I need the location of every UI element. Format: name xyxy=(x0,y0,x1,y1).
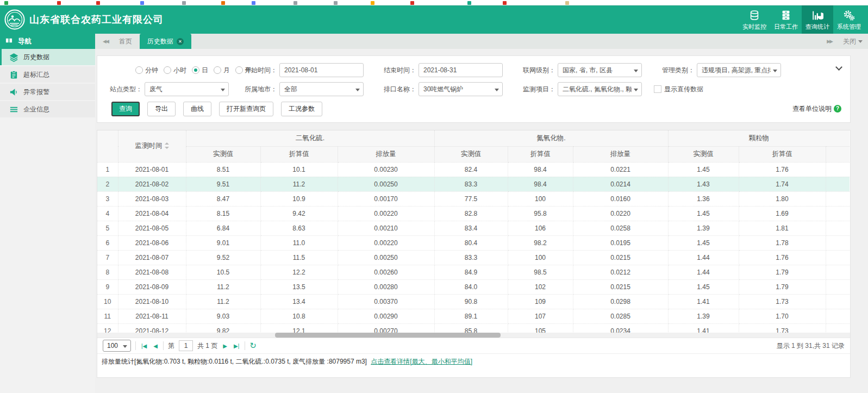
table-row[interactable]: 102021-08-1011.213.40.0037090.81090.0298… xyxy=(97,294,850,309)
row-value: 82.4 xyxy=(434,162,508,177)
end-time-input[interactable] xyxy=(419,63,503,77)
query-button[interactable]: 查询 xyxy=(111,102,140,116)
table-row[interactable]: 52021-08-056.848.630.0021083.41060.02581… xyxy=(97,221,850,235)
horizontal-scrollbar-track[interactable] xyxy=(97,333,850,338)
row-date: 2021-08-05 xyxy=(118,221,186,235)
period-radio-label: 日 xyxy=(202,66,208,75)
favicon[interactable] xyxy=(334,1,338,5)
unit-help-link[interactable]: 查看单位说明 ? xyxy=(792,104,841,114)
nav-item-realtime-monitoring[interactable]: 实时监控 xyxy=(739,5,770,34)
horizontal-scrollbar-thumb[interactable] xyxy=(275,333,501,338)
period-radio-label: 月 xyxy=(223,66,230,75)
direct-data-checkbox-wrap[interactable]: 显示直传数据 xyxy=(654,85,703,94)
monitor-items-select[interactable]: 二氧化硫., 氮氧化物., 颗粒 xyxy=(558,82,642,96)
favicon[interactable] xyxy=(294,1,297,5)
top-nav: 实时监控 日常工作 xyxy=(739,5,865,34)
table-row[interactable]: 22021-08-029.5111.20.0025083.398.40.0214… xyxy=(97,177,850,191)
page-size-select[interactable]: 100 xyxy=(103,340,131,352)
favicon[interactable] xyxy=(96,1,100,5)
first-page-button[interactable]: |◀ xyxy=(140,343,148,349)
row-value: 11.2 xyxy=(260,177,338,191)
start-time-input[interactable] xyxy=(279,63,364,77)
tabs-scroll-left-icon[interactable]: ◀◀ xyxy=(99,39,111,44)
condition-params-button[interactable]: 工况参数 xyxy=(281,102,322,116)
radio-icon[interactable] xyxy=(235,66,243,74)
favicon[interactable] xyxy=(182,1,186,5)
export-button[interactable]: 导出 xyxy=(147,102,176,116)
select-value: 国家, 省, 市, 区县 xyxy=(563,66,632,75)
radio-icon[interactable] xyxy=(214,66,221,74)
last-page-button[interactable]: ▶| xyxy=(233,343,240,349)
table-header: 监测时间 二氧化硫. 氮氧化物. 颗粒物 实测值 折算值 排放量 xyxy=(97,130,850,162)
row-index: 4 xyxy=(97,206,118,221)
table-row[interactable]: 92021-08-0911.213.50.0028084.01020.02151… xyxy=(97,279,850,294)
sidebar-item-enterprise-info[interactable]: 企业信息 xyxy=(0,101,95,117)
table-row[interactable]: 62021-08-069.0111.00.0022080.498.20.0195… xyxy=(97,235,850,250)
manage-category-select[interactable]: 违规项目, 高架源, 重点排 xyxy=(697,63,781,77)
row-value: 0.0160 xyxy=(573,191,668,206)
row-date: 2021-08-03 xyxy=(118,191,186,206)
period-radio-option[interactable]: 小时 xyxy=(164,66,186,75)
table-row[interactable]: 12021-08-018.5110.10.0023082.498.40.0221… xyxy=(97,162,850,177)
radio-icon[interactable] xyxy=(192,66,199,74)
favicon[interactable] xyxy=(467,1,471,5)
next-page-button[interactable]: ▶ xyxy=(222,343,228,349)
favicon[interactable] xyxy=(140,1,144,5)
emission-stats-line: 排放量统计[氮氧化物:0.703 t, 颗粒物:0.0116 t, 二氧化硫.:… xyxy=(97,354,850,366)
time-column-header[interactable]: 监测时间 xyxy=(118,130,186,162)
close-tabs-menu[interactable]: 关闭 xyxy=(843,37,863,46)
row-spacer xyxy=(826,250,850,265)
subcol-header xyxy=(826,146,850,162)
favicon[interactable] xyxy=(410,1,414,5)
open-new-query-page-button[interactable]: 打开新查询页 xyxy=(219,102,273,116)
table-row[interactable]: 42021-08-048.159.420.0022082.895.80.0220… xyxy=(97,206,850,221)
radio-icon[interactable] xyxy=(164,66,171,74)
row-value: 13.4 xyxy=(260,294,338,309)
sidebar-item-history-data[interactable]: 历史数据 xyxy=(0,49,95,65)
row-index: 1 xyxy=(97,162,118,177)
tab-label: 首页 xyxy=(119,34,132,49)
tabs-scroll-right-icon[interactable]: ▶▶ xyxy=(823,39,835,44)
outlet-select[interactable]: 30吨燃气锅炉 xyxy=(419,82,503,96)
period-radio-option[interactable]: 日 xyxy=(192,66,208,75)
tab-home[interactable]: 首页 xyxy=(111,34,140,49)
table-row[interactable]: 72021-08-079.5211.50.0025083.31000.02151… xyxy=(97,250,850,265)
refresh-icon[interactable]: ↻ xyxy=(249,341,257,351)
nav-item-system-management[interactable]: 系统管理 xyxy=(833,5,865,34)
page-number-input[interactable] xyxy=(179,340,193,351)
close-icon[interactable]: ✕ xyxy=(177,38,184,45)
table-row[interactable]: 112021-08-119.0310.80.0029089.11070.0285… xyxy=(97,309,850,323)
sidebar-item-abnormal-alarm[interactable]: 异常报警 xyxy=(0,84,95,100)
row-value: 0.0221 xyxy=(573,162,668,177)
network-level-label: 联网级别： xyxy=(515,66,558,75)
table-row[interactable]: 32021-08-038.4710.90.0017077.51000.01601… xyxy=(97,191,850,206)
nav-item-query-statistics[interactable]: 查询统计 xyxy=(802,5,833,34)
row-value: 0.00250 xyxy=(338,177,434,191)
prev-page-button[interactable]: ◀ xyxy=(152,343,159,349)
city-select[interactable]: 全部 xyxy=(279,82,364,96)
row-value: 83.3 xyxy=(434,250,508,265)
radio-icon[interactable] xyxy=(135,66,143,74)
favicon[interactable] xyxy=(57,1,61,5)
chevron-down-icon xyxy=(495,89,499,91)
network-level-select[interactable]: 国家, 省, 市, 区县 xyxy=(558,63,642,77)
favicon[interactable] xyxy=(371,1,374,5)
station-type-select[interactable]: 废气 xyxy=(145,82,229,96)
database-icon xyxy=(748,9,760,22)
nav-item-daily-work[interactable]: 日常工作 xyxy=(770,5,802,34)
period-radio-option[interactable]: 月 xyxy=(214,66,230,75)
sort-icon[interactable] xyxy=(165,142,169,149)
row-value: 0.00220 xyxy=(338,235,434,250)
view-details-link[interactable]: 点击查看详情[最大、最小和平均值] xyxy=(371,358,472,365)
checkbox-icon[interactable] xyxy=(654,85,661,93)
sidebar-item-exceedance-summary[interactable]: 超标汇总 xyxy=(0,66,95,83)
favicon[interactable] xyxy=(4,1,8,5)
favicon[interactable] xyxy=(565,1,569,5)
curve-button[interactable]: 曲线 xyxy=(183,102,211,116)
favicon[interactable] xyxy=(221,1,225,5)
favicon[interactable] xyxy=(503,1,507,5)
tab-history-data[interactable]: 历史数据 ✕ xyxy=(140,34,191,49)
table-row[interactable]: 82021-08-0810.512.20.0026084.998.50.0212… xyxy=(97,265,850,279)
favicon[interactable] xyxy=(252,1,255,5)
period-radio-option[interactable]: 分钟 xyxy=(135,66,158,75)
